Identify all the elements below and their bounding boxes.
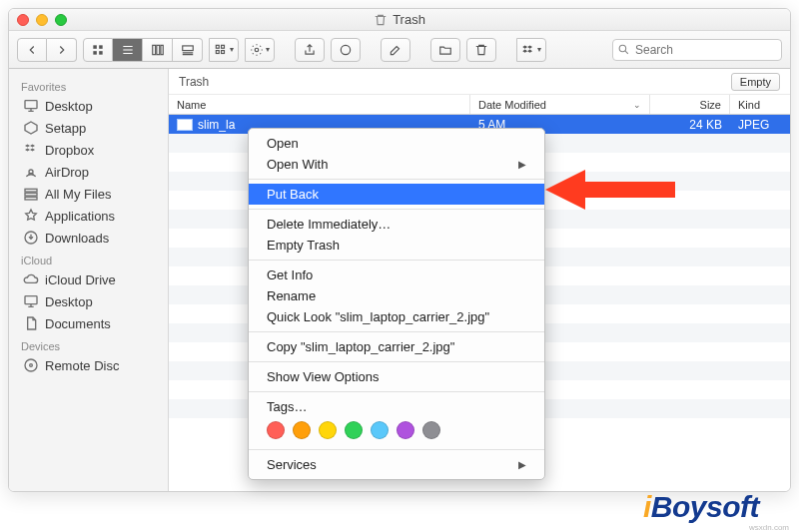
- tag-purple[interactable]: [397, 421, 414, 439]
- svg-rect-8: [216, 45, 219, 48]
- file-kind: JPEG: [730, 118, 790, 132]
- coverflow-view-button[interactable]: [173, 38, 203, 62]
- menu-empty-trash[interactable]: Empty Trash: [249, 235, 544, 256]
- menu-show-view-options[interactable]: Show View Options: [249, 366, 544, 387]
- menu-separator: [249, 361, 544, 362]
- tags-button[interactable]: [331, 38, 361, 62]
- sidebar-section-icloud: iCloud: [9, 249, 168, 268]
- col-date[interactable]: Date Modified⌄: [470, 95, 650, 114]
- svg-rect-6: [160, 45, 162, 54]
- svg-point-22: [25, 359, 37, 371]
- close-button[interactable]: [17, 14, 29, 26]
- sidebar-item-icloud[interactable]: iCloud Drive: [9, 268, 168, 290]
- sidebar-section-favorites: Favorites: [9, 75, 168, 95]
- minimize-button[interactable]: [36, 14, 48, 26]
- watermark-logo: iBoysoft: [643, 490, 759, 524]
- window-title: Trash: [374, 12, 425, 27]
- sidebar: Favorites Desktop Setapp Dropbox AirDrop…: [9, 69, 169, 491]
- search-wrap: [612, 39, 782, 61]
- menu-separator: [249, 449, 544, 450]
- menu-separator: [249, 179, 544, 180]
- sidebar-item-label: Remote Disc: [45, 358, 119, 373]
- action-button[interactable]: ▾: [245, 38, 275, 62]
- menu-tags[interactable]: Tags…: [249, 396, 544, 417]
- zoom-button[interactable]: [55, 14, 67, 26]
- dropbox-icon: [23, 142, 39, 158]
- annotation-arrow-icon: [545, 160, 685, 230]
- desktop-icon: [23, 98, 39, 114]
- col-kind[interactable]: Kind: [730, 95, 790, 114]
- share-button[interactable]: [295, 38, 325, 62]
- file-size: 24 KB: [650, 118, 730, 132]
- menu-open-with[interactable]: Open With▶: [249, 154, 544, 175]
- trash-icon: [374, 13, 388, 27]
- sidebar-item-setapp[interactable]: Setapp: [9, 117, 168, 139]
- edit-tags-button[interactable]: [381, 38, 410, 62]
- tag-red[interactable]: [267, 421, 285, 439]
- menu-rename[interactable]: Rename: [249, 285, 544, 306]
- search-icon: [617, 43, 630, 56]
- svg-rect-9: [216, 50, 219, 53]
- sidebar-item-remote-disc[interactable]: Remote Disc: [9, 354, 168, 376]
- svg-rect-11: [222, 50, 225, 53]
- svg-rect-21: [25, 296, 37, 304]
- delete-button[interactable]: [466, 38, 496, 62]
- menu-label: Services: [267, 457, 317, 472]
- menu-services[interactable]: Services▶: [249, 454, 544, 475]
- sidebar-item-label: Documents: [45, 316, 111, 331]
- menu-quick-look[interactable]: Quick Look "slim_laptop_carrier_2.jpg": [249, 306, 544, 327]
- window-title-text: Trash: [393, 12, 425, 27]
- sidebar-item-icloud-desktop[interactable]: Desktop: [9, 290, 168, 312]
- sidebar-item-label: Downloads: [45, 231, 109, 246]
- svg-point-14: [619, 45, 626, 52]
- downloads-icon: [23, 230, 39, 246]
- sidebar-item-label: Dropbox: [45, 143, 94, 158]
- back-button[interactable]: [17, 38, 47, 62]
- empty-trash-button[interactable]: Empty: [731, 73, 780, 91]
- new-folder-button[interactable]: [430, 38, 460, 62]
- sidebar-item-airdrop[interactable]: AirDrop: [9, 161, 168, 183]
- col-name[interactable]: Name: [169, 95, 470, 114]
- sidebar-item-applications[interactable]: Applications: [9, 205, 168, 227]
- sidebar-item-documents[interactable]: Documents: [9, 312, 168, 334]
- list-view-button[interactable]: [113, 38, 143, 62]
- sidebar-item-label: Desktop: [45, 294, 93, 309]
- nav-buttons: [17, 38, 77, 62]
- svg-point-23: [30, 364, 33, 367]
- svg-rect-4: [152, 45, 155, 54]
- menu-open[interactable]: Open: [249, 133, 544, 154]
- watermark-sub: wsxdn.com: [749, 523, 789, 532]
- desktop-icon: [23, 293, 39, 309]
- search-input[interactable]: [612, 39, 782, 61]
- menu-separator: [249, 209, 544, 210]
- tag-gray[interactable]: [422, 421, 440, 439]
- column-view-button[interactable]: [143, 38, 173, 62]
- sidebar-item-dropbox[interactable]: Dropbox: [9, 139, 168, 161]
- allfiles-icon: [23, 186, 39, 202]
- svg-rect-18: [25, 193, 37, 196]
- column-headers: Name Date Modified⌄ Size Kind: [169, 95, 790, 115]
- menu-get-info[interactable]: Get Info: [249, 265, 544, 285]
- forward-button[interactable]: [47, 38, 77, 62]
- sidebar-item-desktop[interactable]: Desktop: [9, 95, 168, 117]
- tag-orange[interactable]: [293, 421, 311, 439]
- sidebar-item-allfiles[interactable]: All My Files: [9, 183, 168, 205]
- tag-yellow[interactable]: [319, 421, 337, 439]
- sidebar-item-downloads[interactable]: Downloads: [9, 227, 168, 249]
- icon-view-button[interactable]: [83, 38, 113, 62]
- menu-put-back[interactable]: Put Back: [249, 184, 544, 205]
- col-size[interactable]: Size: [650, 95, 730, 114]
- tag-blue[interactable]: [371, 421, 389, 439]
- menu-label: Open With: [267, 157, 328, 172]
- path-bar: Trash Empty: [169, 69, 790, 95]
- svg-rect-3: [99, 51, 103, 55]
- menu-delete-immediately[interactable]: Delete Immediately…: [249, 214, 544, 235]
- svg-marker-24: [545, 170, 675, 210]
- documents-icon: [23, 315, 39, 331]
- tag-green[interactable]: [345, 421, 363, 439]
- dropbox-button[interactable]: ▾: [516, 38, 546, 62]
- svg-rect-5: [156, 45, 159, 54]
- arrange-button[interactable]: ▾: [209, 38, 239, 62]
- menu-copy[interactable]: Copy "slim_laptop_carrier_2.jpg": [249, 336, 544, 357]
- traffic-lights: [17, 14, 67, 26]
